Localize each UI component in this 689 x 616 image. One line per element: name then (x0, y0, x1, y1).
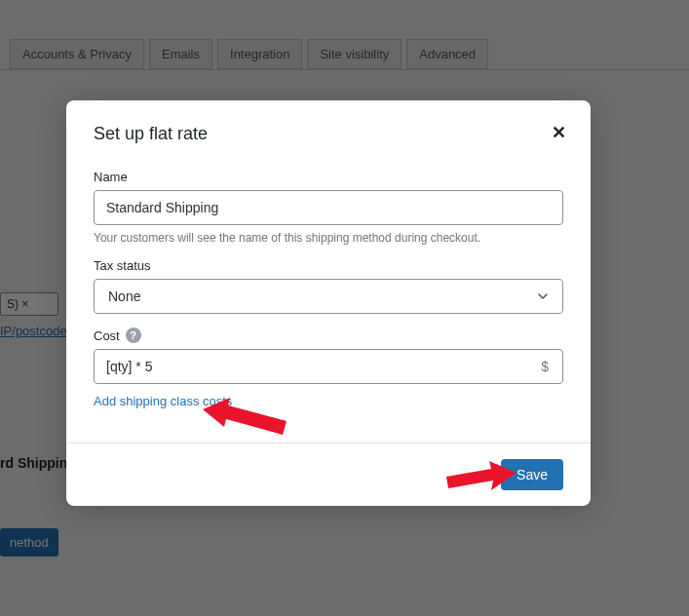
name-input[interactable] (94, 190, 563, 225)
tax-status-value: None (108, 289, 140, 304)
cost-input[interactable] (95, 350, 527, 383)
tax-status-field-group: Tax status None (94, 258, 563, 314)
cost-label-row: Cost ? (94, 327, 563, 343)
tax-status-label: Tax status (94, 258, 563, 273)
flat-rate-modal: Set up flat rate ✕ Name Your customers w… (66, 100, 591, 506)
add-shipping-class-costs-link[interactable]: Add shipping class costs (94, 394, 232, 408)
modal-footer: Save (66, 443, 591, 506)
help-icon[interactable]: ? (126, 327, 141, 343)
name-help-text: Your customers will see the name of this… (94, 231, 563, 245)
chevron-down-icon (537, 290, 549, 302)
cost-input-wrap: $ (94, 349, 563, 384)
name-field-group: Name Your customers will see the name of… (94, 170, 563, 245)
save-button[interactable]: Save (501, 459, 563, 490)
cost-field-group: Cost ? $ Add shipping class costs (94, 327, 563, 409)
modal-title: Set up flat rate (94, 124, 563, 144)
modal-header: Set up flat rate ✕ (66, 100, 591, 156)
close-button[interactable]: ✕ (548, 122, 569, 143)
cost-currency: $ (527, 359, 562, 374)
tax-status-select[interactable]: None (94, 279, 563, 314)
name-label: Name (94, 170, 563, 184)
close-icon: ✕ (552, 122, 566, 143)
cost-label: Cost (94, 328, 120, 343)
modal-body[interactable]: Name Your customers will see the name of… (66, 156, 591, 443)
